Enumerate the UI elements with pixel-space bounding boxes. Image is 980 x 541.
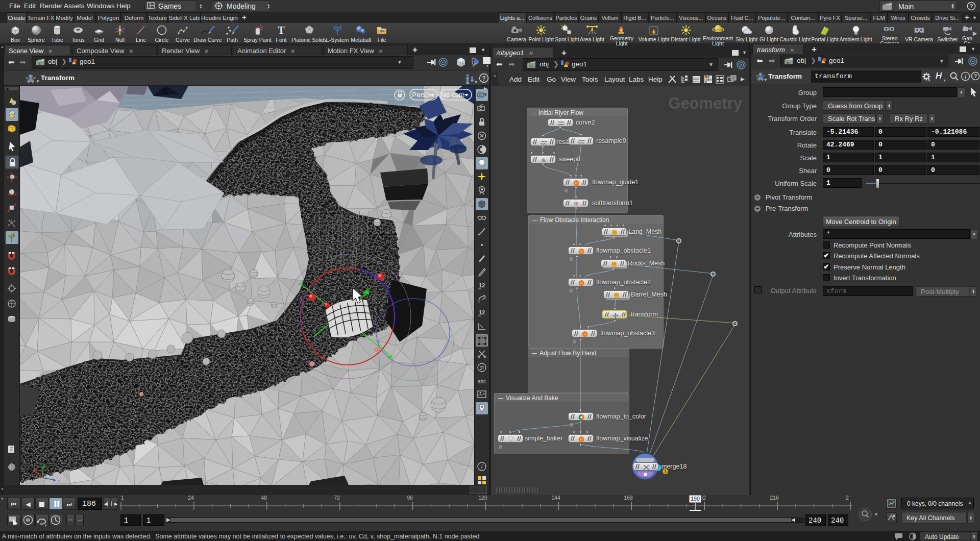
svg-text:72: 72 [334, 495, 340, 501]
svg-text:No cam: No cam [441, 91, 465, 99]
svg-text:?: ? [482, 75, 485, 82]
svg-text:2: 2 [846, 495, 849, 501]
svg-text:12: 12 [479, 309, 485, 315]
svg-text:48: 48 [261, 495, 267, 501]
svg-text:Persp: Persp [412, 91, 430, 99]
svg-text:abc: abc [478, 379, 486, 384]
svg-text:x: x [31, 464, 34, 470]
svg-text:?: ? [970, 3, 973, 9]
svg-text:12: 12 [479, 282, 485, 288]
svg-text:1: 1 [121, 495, 124, 501]
svg-text:B+: B+ [38, 62, 42, 65]
svg-text:z: z [58, 478, 60, 483]
svg-text:190: 190 [691, 496, 700, 502]
svg-text:y: y [39, 461, 42, 466]
svg-text:120: 120 [478, 495, 487, 501]
svg-text:96: 96 [407, 495, 413, 501]
svg-text:i: i [481, 463, 483, 470]
svg-text:216: 216 [770, 495, 779, 501]
svg-text:B+: B+ [529, 65, 533, 68]
svg-text:144: 144 [551, 495, 560, 501]
svg-text:24: 24 [188, 495, 194, 501]
svg-text:168: 168 [624, 495, 633, 501]
